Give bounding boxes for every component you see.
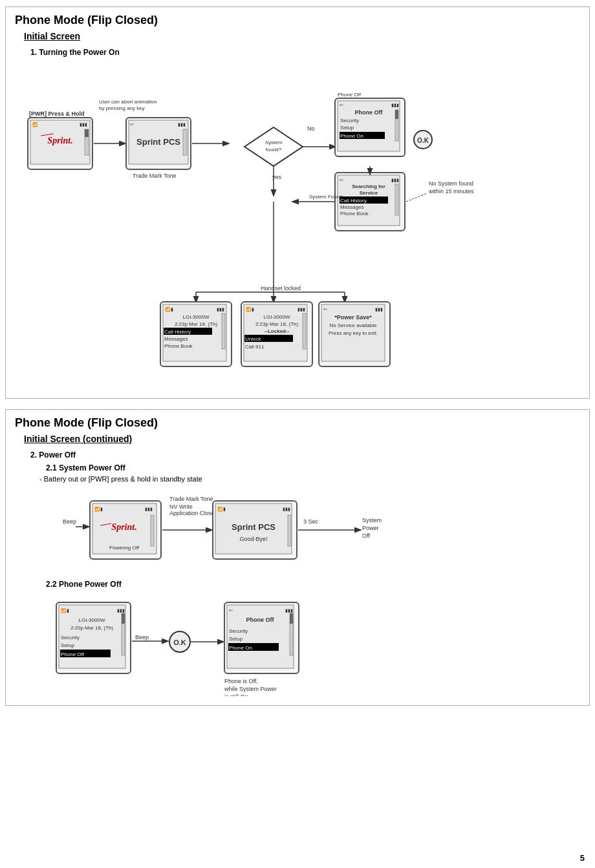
- svg-text:Sprint.: Sprint.: [47, 136, 72, 145]
- phone-lgi-locked: 📶▮ ▮▮▮ LGI-3000W 2:23p Mar 18, (Th) --Lo…: [241, 302, 312, 366]
- step22-label: 2.2 Phone Power Off: [46, 580, 580, 589]
- svg-text:Beep: Beep: [135, 634, 149, 640]
- phone-lgi-standby: 📶▮ ▮▮▮ LGI-3000W 2:23p Mar 18, (Th) Call…: [160, 302, 232, 366]
- phone-sprint-pcs-goodbye: 📶▮ ▮▮▮ Sprint PCS Good-Bye!: [213, 501, 297, 559]
- step21-label: 2.1 System Power Off: [46, 463, 580, 472]
- svg-rect-108: [288, 515, 291, 546]
- svg-text:▮▮▮: ▮▮▮: [217, 307, 224, 312]
- svg-text:2:23p Mar 18, (Th): 2:23p Mar 18, (Th): [255, 321, 299, 327]
- subsection1-title: Initial Screen: [24, 31, 580, 41]
- system-found-diamond: System found?: [244, 127, 303, 166]
- svg-text:User can abort animation: User can abort animation: [99, 99, 157, 105]
- svg-text:▮▮▮: ▮▮▮: [117, 608, 125, 613]
- svg-line-53: [406, 193, 427, 202]
- svg-text:▮▮▮: ▮▮▮: [283, 507, 290, 511]
- section-1: Phone Mode (Flip Closed) Initial Screen …: [5, 6, 590, 399]
- svg-text:Phone Book: Phone Book: [340, 211, 369, 217]
- svg-text:3 Sec: 3 Sec: [303, 518, 319, 525]
- svg-rect-14: [183, 129, 187, 155]
- svg-text:▮▮▮: ▮▮▮: [145, 507, 153, 511]
- svg-text:▮▮▮: ▮▮▮: [391, 178, 399, 182]
- svg-text:✄: ✄: [340, 103, 343, 107]
- svg-text:System Found: System Found: [309, 194, 343, 200]
- phone-power-save: ✄ ▮▮▮ *Power Save* No Service available …: [319, 302, 390, 366]
- svg-text:within 15 minutes: within 15 minutes: [428, 188, 474, 195]
- svg-rect-70: [222, 313, 225, 349]
- subsection2-title: Initial Screen (continued): [24, 434, 580, 444]
- svg-text:is still On.: is still On.: [224, 693, 250, 696]
- svg-text:Phone On: Phone On: [229, 645, 252, 651]
- svg-text:2:20p Mar 18, (Th): 2:20p Mar 18, (Th): [70, 625, 114, 631]
- svg-text:LGI-3000W: LGI-3000W: [264, 314, 290, 320]
- svg-rect-81: [303, 313, 306, 349]
- section-2: Phone Mode (Flip Closed) Initial Screen …: [5, 409, 590, 706]
- svg-text:Call History: Call History: [164, 329, 191, 335]
- svg-text:System: System: [362, 517, 382, 524]
- svg-text:Phone Off: Phone Off: [355, 109, 384, 116]
- svg-rect-97: [151, 515, 154, 546]
- svg-text:▮▮▮: ▮▮▮: [298, 307, 305, 312]
- trade-mark-tone-label: Trade Mark Tone: [133, 173, 177, 179]
- svg-text:System: System: [265, 140, 283, 145]
- svg-text:Sprint PCS: Sprint PCS: [136, 137, 180, 147]
- svg-text:Good-Bye!: Good-Bye!: [239, 536, 267, 542]
- svg-rect-7: [85, 129, 89, 137]
- svg-text:📶: 📶: [32, 122, 38, 127]
- svg-rect-47: [395, 184, 398, 215]
- svg-rect-33: [395, 110, 398, 119]
- pwr-label: [PWR] Press & Hold: [29, 111, 85, 117]
- phone-sprint-logo: 📶 ▮▮▮ Sprint.: [28, 118, 92, 169]
- step1-label: 1. Turning the Power On: [30, 48, 580, 57]
- svg-text:✄: ✄: [229, 608, 233, 613]
- svg-text:Security: Security: [61, 635, 80, 640]
- ok-button-22[interactable]: O.K: [169, 631, 190, 652]
- svg-text:No System found: No System found: [429, 180, 473, 187]
- svg-rect-125: [122, 613, 125, 624]
- section2-title: Phone Mode (Flip Closed): [15, 416, 580, 430]
- svg-text:Application Close: Application Close: [169, 510, 215, 516]
- svg-text:Setup: Setup: [340, 125, 354, 131]
- svg-text:No Service available: No Service available: [330, 323, 377, 328]
- svg-text:Phone is Off,: Phone is Off,: [224, 678, 258, 684]
- svg-text:Phone Off: Phone Off: [61, 651, 85, 657]
- svg-text:Messages: Messages: [164, 336, 188, 342]
- svg-text:O.K: O.K: [173, 639, 186, 646]
- svg-text:📶▮: 📶▮: [165, 306, 173, 312]
- svg-text:▮▮▮: ▮▮▮: [375, 307, 383, 312]
- svg-text:Messages: Messages: [340, 204, 363, 210]
- flow-diagram-22: 📶▮ ▮▮▮ LGI-3000W 2:20p Mar 18, (Th) Secu…: [50, 593, 580, 696]
- svg-text:✄: ✄: [130, 122, 134, 127]
- svg-rect-141: [290, 613, 293, 624]
- svg-text:Powering Off: Powering Off: [109, 545, 140, 551]
- svg-text:Phone On: Phone On: [340, 133, 363, 139]
- phone-lgi-phone-off: 📶▮ ▮▮▮ LGI-3000W 2:20p Mar 18, (Th) Secu…: [56, 602, 131, 673]
- svg-text:Setup: Setup: [61, 642, 74, 648]
- svg-text:📶▮: 📶▮: [217, 506, 226, 512]
- svg-text:Security: Security: [229, 628, 248, 634]
- step21-desc: - Battery out or [PWR] press & hold in s…: [39, 475, 580, 483]
- svg-text:Setup: Setup: [229, 636, 243, 642]
- svg-text:LGI-3000W: LGI-3000W: [183, 314, 210, 320]
- svg-text:✄: ✄: [340, 178, 343, 182]
- flow-diagram-21: Beep 📶▮ ▮▮▮ Sprint. Powering Off Trade M…: [50, 488, 580, 572]
- svg-text:Security: Security: [340, 118, 359, 123]
- svg-text:while System Power: while System Power: [224, 686, 277, 692]
- svg-text:Phone Book: Phone Book: [164, 343, 193, 349]
- svg-text:found?: found?: [266, 147, 282, 153]
- section1-title: Phone Mode (Flip Closed): [15, 14, 580, 27]
- phone-phone-off-dest: ✄ ▮▮▮ Phone Off Security Setup Phone On: [224, 602, 299, 673]
- svg-text:✄: ✄: [323, 307, 327, 312]
- svg-text:Unlock: Unlock: [245, 336, 261, 342]
- svg-text:Searching for: Searching for: [352, 184, 385, 189]
- phone-powering-off: 📶▮ ▮▮▮ Sprint. Powering Off: [90, 501, 161, 559]
- page-number: 5: [580, 853, 585, 863]
- ok-button-1[interactable]: O.K: [414, 131, 432, 149]
- svg-text:O.K: O.K: [417, 137, 429, 144]
- phone-searching: ✄ ▮▮▮ Searching for Service Call History…: [335, 173, 405, 231]
- svg-text:NV Write: NV Write: [169, 503, 193, 510]
- svg-text:Off: Off: [362, 533, 370, 539]
- svg-text:Power: Power: [362, 525, 379, 531]
- flow-diagram-1: 📶 ▮▮▮ Sprint. [PWR] Press & Hold ✄ ▮▮▮ S…: [15, 59, 590, 389]
- svg-text:Call 911: Call 911: [245, 344, 265, 350]
- svg-text:📶▮: 📶▮: [61, 608, 69, 613]
